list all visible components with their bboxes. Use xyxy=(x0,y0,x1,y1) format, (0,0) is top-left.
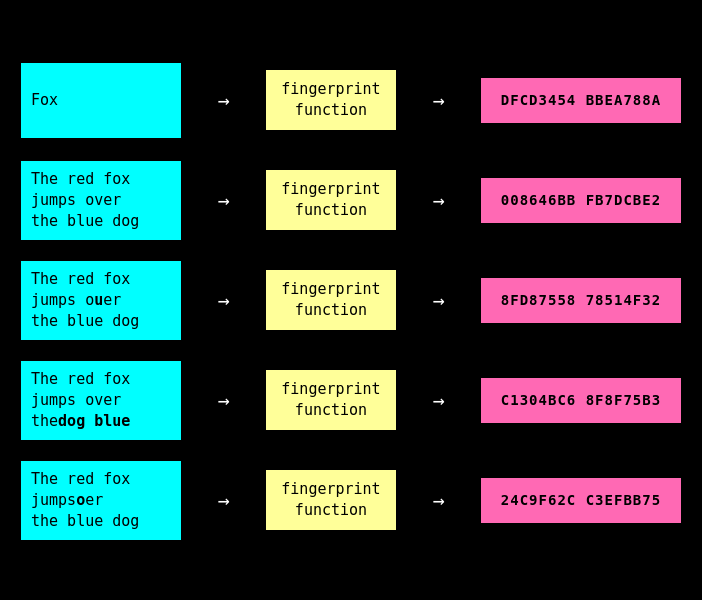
input-box-5: The red foxjumpsoerthe blue dog xyxy=(21,461,181,540)
arrow-1: → xyxy=(217,88,229,112)
row-4: The red foxjumps overthedog blue → finge… xyxy=(21,350,681,450)
arrow-3: → xyxy=(217,288,229,312)
diagram: Fox → fingerprintfunction → DFCD3454 BBE… xyxy=(1,40,701,560)
arrow-2b: → xyxy=(432,188,444,212)
function-box-4: fingerprintfunction xyxy=(266,370,396,430)
arrow-5b: → xyxy=(432,488,444,512)
function-box-2: fingerprintfunction xyxy=(266,170,396,230)
input-text-4: The red foxjumps overthedog blue xyxy=(31,369,130,432)
function-box-1: fingerprintfunction xyxy=(266,70,396,130)
input-text-3: The red foxjumps ouerthe blue dog xyxy=(31,269,139,332)
arrow-3b: → xyxy=(432,288,444,312)
input-box-4: The red foxjumps overthedog blue xyxy=(21,361,181,440)
output-box-5: 24C9F62C C3EFBB75 xyxy=(481,478,681,523)
arrow-4b: → xyxy=(432,388,444,412)
output-box-2: 008646BB FB7DCBE2 xyxy=(481,178,681,223)
input-text-2: The red foxjumps overthe blue dog xyxy=(31,169,139,232)
function-box-3: fingerprintfunction xyxy=(266,270,396,330)
row-1: Fox → fingerprintfunction → DFCD3454 BBE… xyxy=(21,50,681,150)
arrow-1b: → xyxy=(432,88,444,112)
arrow-5: → xyxy=(217,488,229,512)
input-box-3: The red foxjumps ouerthe blue dog xyxy=(21,261,181,340)
row-2: The red foxjumps overthe blue dog → fing… xyxy=(21,150,681,250)
output-box-1: DFCD3454 BBEA788A xyxy=(481,78,681,123)
input-box-2: The red foxjumps overthe blue dog xyxy=(21,161,181,240)
input-text-1: Fox xyxy=(31,90,58,111)
output-box-4: C1304BC6 8F8F75B3 xyxy=(481,378,681,423)
function-box-5: fingerprintfunction xyxy=(266,470,396,530)
arrow-4: → xyxy=(217,388,229,412)
row-3: The red foxjumps ouerthe blue dog → fing… xyxy=(21,250,681,350)
input-box-1: Fox xyxy=(21,63,181,138)
output-box-3: 8FD87558 78514F32 xyxy=(481,278,681,323)
input-text-5: The red foxjumpsoerthe blue dog xyxy=(31,469,139,532)
row-5: The red foxjumpsoerthe blue dog → finger… xyxy=(21,450,681,550)
arrow-2: → xyxy=(217,188,229,212)
